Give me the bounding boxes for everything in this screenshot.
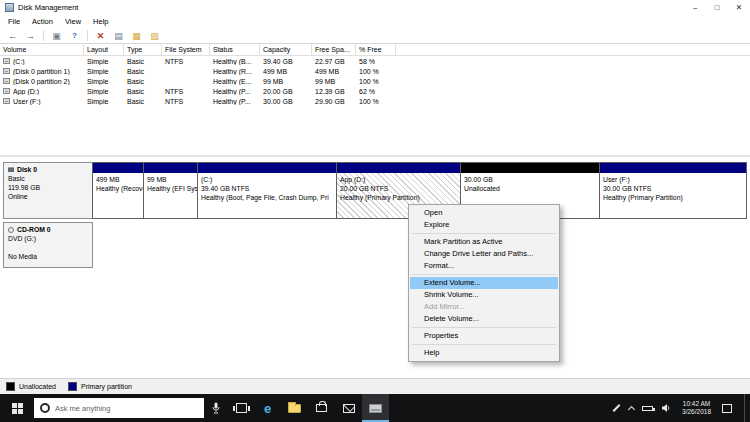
menu-item-format[interactable]: Format... — [410, 260, 558, 272]
maximize-button[interactable]: □ — [706, 0, 728, 15]
column-capacity[interactable]: Capacity — [260, 44, 312, 55]
partition-name: (C:) — [201, 175, 333, 184]
cell-type: Basic — [124, 68, 162, 75]
cell-free: 499 MB — [312, 68, 356, 75]
partition-name: User (F:) — [603, 175, 743, 184]
disk-0-label[interactable]: Disk 0 Basic 119.98 GB Online — [3, 162, 93, 219]
delete-volume-icon[interactable]: ✕ — [95, 29, 106, 43]
clock-date: 3/26/2018 — [682, 408, 711, 416]
cell-layout: Simple — [84, 68, 124, 75]
column-layout[interactable]: Layout — [84, 44, 124, 55]
table-row[interactable]: User (F:) Simple Basic NTFS Healthy (P..… — [0, 96, 750, 106]
graphical-view: Disk 0 Basic 119.98 GB Online 499 MB Hea… — [0, 157, 750, 378]
volume-icon[interactable] — [661, 403, 671, 413]
menu-item-help[interactable]: Help — [410, 347, 558, 359]
show-desktop-button[interactable] — [744, 394, 748, 422]
volume-icon — [3, 98, 10, 104]
cell-status: Healthy (B... — [210, 58, 260, 65]
column-type[interactable]: Type — [124, 44, 162, 55]
volume-name: (Disk 0 partition 2) — [13, 78, 70, 85]
taskbar-edge-button[interactable]: e — [254, 394, 281, 422]
action-center-icon[interactable] — [722, 404, 732, 413]
volume-list-panel: Volume Layout Type File System Status Ca… — [0, 44, 750, 157]
cell-status: Healthy (P... — [210, 88, 260, 95]
back-icon[interactable]: ← — [7, 29, 18, 43]
taskbar-search[interactable] — [34, 398, 204, 418]
list-view-icon[interactable]: ▦ — [131, 29, 142, 43]
chevron-up-icon[interactable] — [628, 405, 635, 412]
minimize-button[interactable]: – — [684, 0, 706, 15]
cdrom-label[interactable]: CD-ROM 0 DVD (G:) No Media — [3, 222, 93, 268]
close-button[interactable]: ✕ — [728, 0, 750, 15]
cell-free: 29.90 GB — [312, 98, 356, 105]
menu-item-properties[interactable]: Properties — [410, 330, 558, 342]
partition-size: 20.00 GB NTFS — [340, 184, 457, 193]
table-row[interactable]: App (D:) Simple Basic NTFS Healthy (P...… — [0, 86, 750, 96]
volume-table-header: Volume Layout Type File System Status Ca… — [0, 44, 750, 56]
taskbar-file-explorer-button[interactable] — [281, 394, 308, 422]
show-console-tree-icon[interactable]: ▣ — [51, 29, 62, 43]
partition-color-bar — [93, 163, 143, 173]
legend: Unallocated Primary partition — [0, 378, 750, 394]
graph-view-icon[interactable]: ▧ — [149, 29, 160, 43]
cd-rom-icon — [8, 227, 14, 233]
menu-item-explore[interactable]: Explore — [410, 219, 558, 231]
volume-icon — [3, 68, 10, 74]
menu-separator — [412, 344, 556, 345]
help-icon[interactable]: ? — [69, 29, 80, 43]
cdrom-row: CD-ROM 0 DVD (G:) No Media — [3, 222, 747, 268]
partition-c[interactable]: (C:) 39.40 GB NTFS Healthy (Boot, Page F… — [197, 162, 337, 219]
search-input[interactable] — [55, 404, 180, 413]
pen-icon[interactable] — [613, 404, 621, 412]
cell-capacity: 499 MB — [260, 68, 312, 75]
menu-item-change-drive-letter[interactable]: Change Drive Letter and Paths... — [410, 248, 558, 260]
microphone-icon — [212, 402, 220, 415]
partition-recovery[interactable]: 499 MB Healthy (Recovery Parti — [92, 162, 144, 219]
task-view-button[interactable] — [228, 394, 254, 422]
window-title: Disk Management — [18, 3, 78, 12]
partition-efi[interactable]: 99 MB Healthy (EFI Syst — [143, 162, 198, 219]
menu-item-shrink-volume[interactable]: Shrink Volume... — [410, 289, 558, 301]
battery-icon[interactable] — [642, 406, 653, 411]
toolbar: ← → ▣ ? ✕ ▤ ▦ ▧ — [0, 28, 750, 44]
taskbar-mail-button[interactable] — [335, 394, 362, 422]
microphone-button[interactable] — [204, 394, 228, 422]
app-icon — [5, 3, 14, 12]
taskbar-store-button[interactable] — [308, 394, 335, 422]
volume-icon — [3, 88, 10, 94]
menu-item-delete-volume[interactable]: Delete Volume... — [410, 313, 558, 325]
menu-action[interactable]: Action — [26, 17, 59, 26]
start-button[interactable] — [0, 394, 34, 422]
column-status[interactable]: Status — [210, 44, 260, 55]
cell-capacity: 20.00 GB — [260, 88, 312, 95]
menu-item-mark-partition-active[interactable]: Mark Partition as Active — [410, 236, 558, 248]
cell-fs: NTFS — [162, 98, 210, 105]
taskbar-clock[interactable]: 10:42 AM 3/26/2018 — [679, 400, 714, 416]
table-row[interactable]: (Disk 0 partition 2) Simple Basic Health… — [0, 76, 750, 86]
menu-separator — [412, 274, 556, 275]
forward-icon[interactable]: → — [25, 29, 36, 43]
mail-icon — [343, 404, 355, 413]
volume-name: User (F:) — [13, 98, 41, 105]
partition-user-f[interactable]: User (F:) 30.00 GB NTFS Healthy (Primary… — [599, 162, 747, 219]
cell-layout: Simple — [84, 88, 124, 95]
column-free-space[interactable]: Free Spa... — [312, 44, 356, 55]
column-pct-free[interactable]: % Free — [356, 44, 396, 55]
menu-item-open[interactable]: Open — [410, 207, 558, 219]
menu-view[interactable]: View — [59, 17, 87, 26]
menu-item-extend-volume[interactable]: Extend Volume... — [410, 277, 558, 289]
table-row[interactable]: (C:) Simple Basic NTFS Healthy (B... 39.… — [0, 56, 750, 66]
disk-name: Disk 0 — [17, 165, 37, 174]
column-file-system[interactable]: File System — [162, 44, 210, 55]
column-volume[interactable]: Volume — [0, 44, 84, 55]
store-bag-icon — [316, 404, 327, 412]
cell-layout: Simple — [84, 78, 124, 85]
table-row[interactable]: (Disk 0 partition 1) Simple Basic Health… — [0, 66, 750, 76]
taskbar-disk-management-button[interactable] — [362, 394, 389, 422]
properties-icon[interactable]: ▤ — [113, 29, 124, 43]
cell-fs: NTFS — [162, 88, 210, 95]
cortana-icon — [40, 403, 50, 413]
menu-file[interactable]: File — [2, 17, 26, 26]
partition-color-bar — [144, 163, 197, 173]
menu-help[interactable]: Help — [87, 17, 114, 26]
